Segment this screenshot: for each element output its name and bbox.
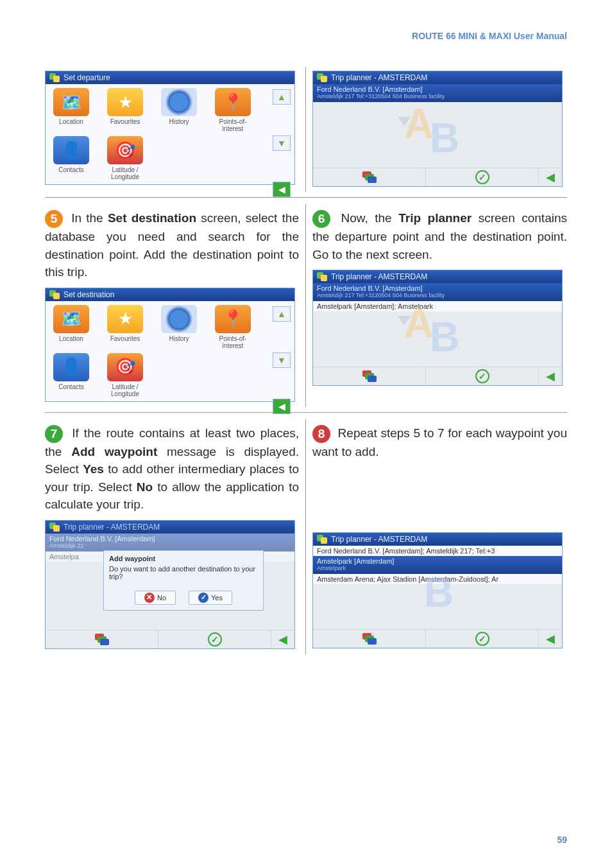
entry-main: Ford Nederland B.V. [Amsterdam] <box>317 284 423 292</box>
screenshot-trip-planner-1: Trip planner - AMSTERDAM Ford Nederland … <box>312 71 563 187</box>
screenshot-trip-planner-3: Trip planner - AMSTERDAM Ford Nederland … <box>312 532 563 648</box>
screenshot-trip-planner-2: Trip planner - AMSTERDAM Ford Nederland … <box>312 270 563 386</box>
nav-poi-label: Points-of-interest <box>219 118 247 132</box>
ab-watermark: B <box>313 575 562 610</box>
nav-history-label: History <box>169 118 189 125</box>
window-title: Set departure <box>64 73 110 82</box>
window-title-bar: Trip planner - AMSTERDAM <box>313 533 562 546</box>
scroll-up-button[interactable]: ▲ <box>273 89 291 105</box>
nav-poi[interactable]: 📍Points-of-interest <box>210 305 256 349</box>
window-title-bar: Trip planner - AMSTERDAM <box>313 270 562 283</box>
check-icon: ✓ <box>198 593 208 603</box>
manual-header: ROUTE 66 MINI & MAXI User Manual <box>45 31 567 41</box>
footer-confirm-button[interactable]: ✓ <box>426 630 539 648</box>
nav-history[interactable]: History <box>156 305 202 349</box>
nav-location[interactable]: 🗺️Location <box>48 88 94 132</box>
nav-latlon-label: Latitude / Longitude <box>111 166 139 180</box>
window-title-bar: Set destination <box>46 288 294 301</box>
trip-entry[interactable]: Ford Nederland B.V. [Amsterdam]; Amsteld… <box>313 546 562 556</box>
footer-layers-button[interactable] <box>313 168 426 186</box>
scroll-up-button[interactable]: ▲ <box>273 306 291 322</box>
step-6-text: 6 Now, the Trip planner screen contains … <box>312 209 567 263</box>
app-ab-icon <box>49 523 60 532</box>
entry-sub: Amsteldijk 217 Tel:+3120504 504 Business… <box>317 93 558 100</box>
step-6-badge: 6 <box>312 210 330 228</box>
nav-history[interactable]: History <box>156 88 202 132</box>
screenshot-set-destination: Set destination 🗺️Location ★Favourites H… <box>45 288 295 402</box>
footer-confirm-button[interactable]: ✓ <box>426 367 539 385</box>
footer-back-button[interactable]: ◀ <box>539 168 562 186</box>
nav-location[interactable]: 🗺️Location <box>48 305 94 349</box>
window-title-bar: Set departure <box>46 71 294 84</box>
app-ab-icon <box>317 535 327 544</box>
window-title: Trip planner - AMSTERDAM <box>331 73 427 82</box>
window-title: Trip planner - AMSTERDAM <box>331 272 427 281</box>
nav-contacts[interactable]: 👤Contacts <box>48 353 94 397</box>
back-button[interactable]: ◀ <box>273 182 291 197</box>
nav-contacts[interactable]: 👤Contacts <box>48 136 94 180</box>
footer-back-button[interactable]: ◀ <box>539 630 562 648</box>
app-ab-icon <box>317 73 327 82</box>
app-ab-icon <box>49 73 60 82</box>
window-title: Trip planner - AMSTERDAM <box>64 523 160 532</box>
nav-latlon[interactable]: 🎯Latitude / Longitude <box>102 136 148 180</box>
nav-location-label: Location <box>59 118 83 125</box>
window-title: Trip planner - AMSTERDAM <box>331 535 427 544</box>
scroll-down-button[interactable]: ▼ <box>273 352 291 368</box>
step-7-text: 7 If the route contains at least two pla… <box>45 424 299 514</box>
step-8-text: 8 Repeat steps 5 to 7 for each waypoint … <box>312 424 567 461</box>
footer-layers-button[interactable] <box>313 630 426 648</box>
entry-sub: Amsteldijk 217 Tel:+3120504 504 Business… <box>317 292 558 299</box>
window-title-bar: Trip planner - AMSTERDAM <box>313 71 562 84</box>
entry-main: Ford Nederland B.V. [Amsterdam] <box>317 85 423 93</box>
app-ab-icon <box>49 290 60 299</box>
screenshot-set-departure: Set departure 🗺️Location ★Favourites His… <box>45 71 295 185</box>
ab-watermark: AB <box>313 100 562 148</box>
dialog-no-button[interactable]: ✕ No <box>135 591 176 605</box>
footer-layers-button[interactable] <box>46 630 158 648</box>
nav-latlon[interactable]: 🎯Latitude / Longitude <box>102 353 148 397</box>
app-ab-icon <box>317 272 327 281</box>
footer-confirm-button[interactable]: ✓ <box>426 168 539 186</box>
step-5-badge: 5 <box>45 210 63 228</box>
page-number: 59 <box>557 835 567 845</box>
window-title: Set destination <box>64 290 114 299</box>
nav-poi[interactable]: 📍Points-of-interest <box>210 88 256 132</box>
step-8-badge: 8 <box>312 425 330 443</box>
footer-confirm-button[interactable]: ✓ <box>158 630 271 648</box>
footer-layers-button[interactable] <box>313 367 426 385</box>
footer-back-button[interactable]: ◀ <box>539 367 562 385</box>
dialog-title: Add waypoint <box>109 555 258 562</box>
screenshot-add-waypoint-dialog: Trip planner - AMSTERDAM Ford Nederland … <box>45 520 295 649</box>
add-waypoint-dialog: Add waypoint Do you want to add another … <box>103 550 264 611</box>
close-icon: ✕ <box>144 593 155 603</box>
footer-back-button[interactable]: ◀ <box>271 630 294 648</box>
trip-entry-departure: Ford Nederland B.V. [Amsterdam] Amsteldi… <box>46 534 294 551</box>
scroll-down-button[interactable]: ▼ <box>273 135 291 151</box>
back-button[interactable]: ◀ <box>273 399 291 414</box>
nav-favourites-label: Favourites <box>110 118 140 125</box>
dialog-body: Do you want to add another destination t… <box>109 565 258 580</box>
dialog-yes-button[interactable]: ✓ Yes <box>189 591 232 605</box>
nav-favourites[interactable]: ★Favourites <box>102 305 148 349</box>
nav-contacts-label: Contacts <box>58 166 83 173</box>
window-title-bar: Trip planner - AMSTERDAM <box>46 521 294 534</box>
step-7-badge: 7 <box>45 425 63 443</box>
ab-watermark: AB <box>313 299 562 347</box>
nav-favourites[interactable]: ★Favourites <box>102 88 148 132</box>
step-5-text: 5 In the Set destination screen, select … <box>45 209 299 281</box>
